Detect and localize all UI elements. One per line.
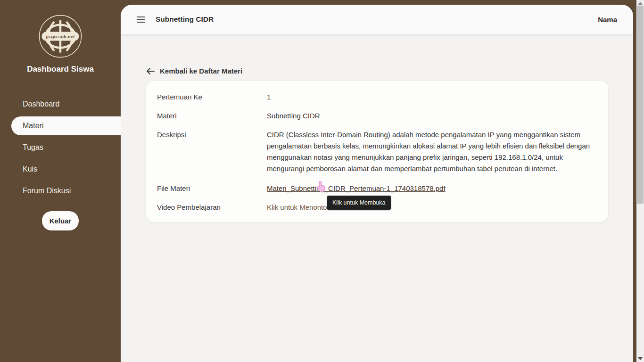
row-label: Video Pembelajaran	[157, 203, 267, 212]
row-label: Deskripsi	[157, 130, 267, 174]
sidebar-item-label: Forum Diskusi	[23, 187, 71, 195]
scrollbar-thumb[interactable]	[637, 6, 644, 204]
scrollbar-track[interactable]	[636, 0, 644, 362]
detail-row-deskripsi: Deskripsi CIDR (Classless Inter-Domain R…	[157, 130, 597, 174]
app-bar: Subnetting CIDR Nama	[121, 5, 633, 34]
arrow-left-icon	[146, 68, 155, 74]
main-content: Subnetting CIDR Nama Kembali ke Daftar M…	[121, 5, 633, 362]
back-link-label: Kembali ke Daftar Materi	[160, 67, 242, 75]
logout-button[interactable]: Keluar	[42, 211, 79, 230]
detail-row-materi: Materi Subnetting CIDR	[157, 111, 597, 121]
detail-row-file-materi: File Materi Materi_Subnetting_CIDR_Perte…	[157, 184, 597, 193]
sidebar-item-forum-diskusi[interactable]: Forum Diskusi	[0, 181, 121, 200]
detail-row-pertemuan: Pertemuan Ke 1	[157, 92, 597, 102]
row-label: Materi	[157, 111, 267, 121]
sidebar-item-kuis[interactable]: Kuis	[0, 160, 121, 179]
video-link[interactable]: Klik untuk Menonton	[267, 203, 331, 211]
row-label: Pertemuan Ke	[157, 92, 267, 102]
sidebar-item-label: Dashboard	[23, 100, 59, 108]
material-detail-card: Pertemuan Ke 1 Materi Subnetting CIDR De…	[146, 81, 608, 222]
tooltip: Klik untuk Membuka	[327, 196, 391, 210]
sidebar-item-label: Tugas	[23, 143, 43, 152]
sidebar-item-dashboard[interactable]: Dashboard	[0, 95, 121, 114]
sidebar-item-label: Kuis	[23, 165, 37, 173]
hamburger-menu-icon[interactable]	[137, 14, 145, 25]
sidebar-nav: Dashboard Materi Tugas Kuis Forum Diskus…	[0, 95, 121, 200]
brand-logo: ja.go.sub.net	[38, 14, 83, 58]
row-value: Subnetting CIDR	[267, 111, 320, 121]
sidebar-item-label: Materi	[23, 122, 43, 130]
back-link[interactable]: Kembali ke Daftar Materi	[146, 67, 242, 75]
sidebar-item-materi[interactable]: Materi	[11, 116, 121, 135]
sidebar: ja.go.sub.net Dashboard Siswa Dashboard …	[0, 0, 121, 362]
row-value: 1	[267, 92, 271, 102]
sidebar-item-tugas[interactable]: Tugas	[0, 138, 121, 157]
scrollbar-up-icon[interactable]	[638, 2, 643, 5]
row-value: CIDR (Classless Inter-Domain Routing) ad…	[267, 129, 597, 174]
page-title: Subnetting CIDR	[156, 15, 214, 24]
sidebar-title: Dashboard Siswa	[0, 65, 121, 74]
scrollbar-down-icon[interactable]	[638, 357, 643, 360]
brand-label: ja.go.sub.net	[41, 32, 79, 41]
material-file-link[interactable]: Materi_Subnetting_CIDR_Pertemuan-1_17403…	[267, 184, 446, 192]
user-name[interactable]: Nama	[598, 16, 617, 24]
row-label: File Materi	[157, 184, 267, 193]
